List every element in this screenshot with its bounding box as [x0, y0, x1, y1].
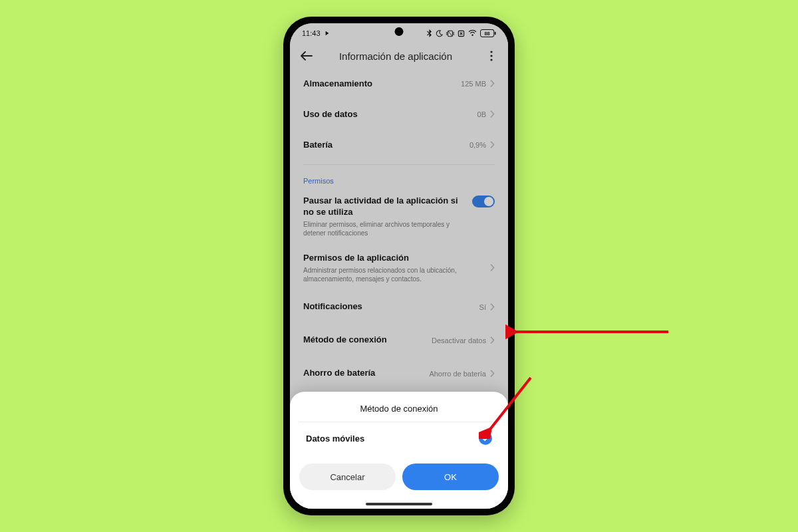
- option-label: Datos móviles: [306, 434, 364, 444]
- wifi-icon: [468, 30, 477, 37]
- row-label: Notificaciones: [303, 301, 362, 313]
- toggle-switch[interactable]: [472, 196, 495, 207]
- app-header: Información de aplicación: [290, 43, 508, 68]
- chevron-right-icon: [490, 301, 495, 313]
- row-label: Método de conexión: [303, 334, 387, 346]
- svg-rect-9: [495, 32, 496, 35]
- home-indicator[interactable]: [366, 503, 432, 505]
- status-time: 11:43: [302, 29, 321, 37]
- camera-punchhole: [395, 27, 404, 36]
- row-data-usage[interactable]: Uso de datos 0B: [290, 99, 508, 130]
- row-label: Almacenamiento: [303, 78, 372, 90]
- row-notifications[interactable]: Notificaciones Sí: [290, 292, 508, 323]
- row-storage[interactable]: Almacenamiento 125 MB: [290, 68, 508, 99]
- chevron-right-icon: [490, 368, 495, 380]
- row-label: Ahorro de batería: [303, 368, 375, 379]
- row-subtext: Administrar permisos relacionados con la…: [303, 266, 483, 284]
- row-pause-activity[interactable]: Pausar la actividad de la aplicación si …: [290, 189, 508, 246]
- annotation-arrow-1: [505, 322, 672, 342]
- row-label: Uso de datos: [303, 109, 358, 120]
- svg-point-7: [471, 35, 473, 36]
- row-subtext: Eliminar permisos, eliminar archivos tem…: [303, 220, 466, 238]
- phone-frame: 11:43 88 Información: [283, 17, 515, 515]
- chevron-right-icon: [490, 108, 495, 120]
- row-value: 0,9%: [469, 141, 486, 149]
- svg-line-3: [448, 31, 452, 36]
- divider: [303, 164, 495, 165]
- check-circle-icon: [479, 432, 492, 445]
- row-value: 0B: [477, 110, 486, 118]
- screen: 11:43 88 Información: [290, 23, 508, 509]
- sheet-title: Método de conexión: [299, 402, 499, 422]
- bluetooth-icon: [426, 29, 432, 37]
- row-value: Desactivar datos: [432, 336, 486, 344]
- row-connection-method[interactable]: Método de conexión Desactivar datos: [290, 323, 508, 358]
- row-value: Sí: [479, 303, 486, 311]
- row-value: Ahorro de batería: [429, 370, 486, 378]
- chevron-right-icon: [490, 78, 495, 90]
- row-value: 125 MB: [461, 80, 486, 88]
- cancel-button[interactable]: Cancelar: [299, 464, 396, 490]
- connection-method-sheet: Método de conexión Datos móviles Cancela…: [290, 392, 508, 509]
- row-label: Pausar la actividad de la aplicación si …: [303, 196, 466, 218]
- row-label: Permisos de la aplicación: [303, 253, 483, 264]
- row-label: Batería: [303, 140, 332, 151]
- page-title: Información de aplicación: [323, 51, 468, 62]
- sheet-option-mobile-data[interactable]: Datos móviles: [299, 422, 499, 454]
- row-battery-saver[interactable]: Ahorro de batería Ahorro de batería: [290, 358, 508, 389]
- more-icon[interactable]: [484, 49, 499, 63]
- dnd-moon-icon: [436, 30, 443, 37]
- vibrate-icon: [446, 30, 454, 37]
- chevron-right-icon: [490, 334, 495, 346]
- no-sim-icon: [458, 30, 465, 37]
- section-permissions-label: Permisos: [290, 168, 508, 189]
- svg-text:88: 88: [485, 31, 490, 37]
- row-battery[interactable]: Batería 0,9%: [290, 130, 508, 160]
- chevron-right-icon: [490, 139, 495, 151]
- play-icon: [325, 31, 330, 36]
- svg-point-13: [490, 59, 492, 61]
- back-icon[interactable]: [299, 49, 314, 63]
- row-app-permissions[interactable]: Permisos de la aplicación Administrar pe…: [290, 246, 508, 292]
- ok-button[interactable]: OK: [402, 464, 499, 490]
- battery-icon: 88: [480, 29, 496, 37]
- chevron-right-icon: [490, 262, 495, 274]
- svg-point-11: [490, 51, 492, 53]
- svg-point-12: [490, 55, 492, 57]
